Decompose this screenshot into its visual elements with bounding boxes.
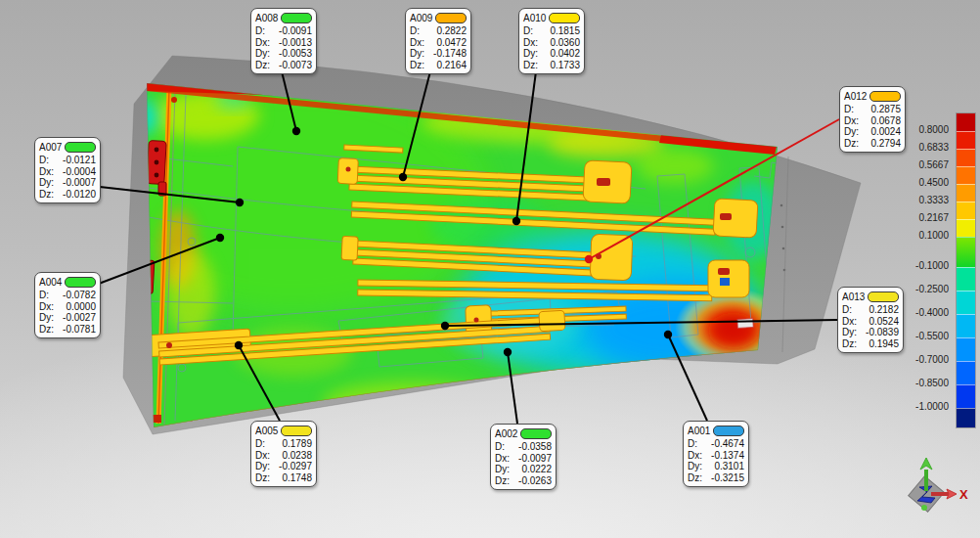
scale-tick-label: 0.1000 <box>902 230 949 241</box>
callout-row: D:-0.0782 <box>39 290 96 301</box>
callout-row: D:0.2875 <box>844 104 901 115</box>
field-label: Dz: <box>255 472 270 484</box>
callout-row: Dz:0.1945 <box>842 338 899 350</box>
measurement-callout-A013[interactable]: A013D:0.2182Dx:0.0524Dy:-0.0839Dz:0.1945 <box>837 287 904 353</box>
field-label: Dx: <box>39 301 54 313</box>
field-label: D: <box>844 104 854 115</box>
leader-anchor-A004 <box>216 234 224 242</box>
leader-anchor-A007 <box>236 199 244 206</box>
field-label: Dx: <box>844 115 859 127</box>
field-value: 0.2822 <box>436 25 467 37</box>
callout-row: Dy:0.0402 <box>523 48 580 60</box>
view-orientation-triad[interactable]: X <box>892 454 972 528</box>
field-value: 0.0000 <box>66 301 96 313</box>
callout-id: A001 <box>688 426 710 436</box>
field-value: 0.0222 <box>521 464 552 475</box>
deviation-colormap-mesh <box>98 68 802 450</box>
deviation-badge <box>869 91 901 102</box>
deviation-badge <box>281 426 312 436</box>
callout-row: Dx:0.0238 <box>255 450 312 462</box>
scale-segment <box>957 166 975 184</box>
measurement-callout-A004[interactable]: A004D:-0.0782Dx:0.0000Dy:-0.0027Dz:-0.07… <box>34 272 101 338</box>
deviation-badge <box>868 291 899 302</box>
measurement-callout-A002[interactable]: A002D:-0.0358Dx:-0.0097Dy:0.0222Dz:-0.02… <box>490 424 557 490</box>
field-value: 0.0402 <box>550 48 580 60</box>
callout-row: Dx:-0.1374 <box>688 450 744 462</box>
field-label: Dx: <box>39 166 54 178</box>
field-value: -0.0358 <box>518 441 552 453</box>
color-scale-bar <box>956 112 976 428</box>
leader-anchor-A002 <box>504 348 512 356</box>
measurement-callout-A005[interactable]: A005D:0.1789Dx:0.0238Dy:-0.0297Dz:0.1748 <box>250 421 317 487</box>
callout-row: Dy:0.3101 <box>688 461 744 472</box>
deviation-badge <box>549 13 580 23</box>
field-label: Dx: <box>410 37 424 49</box>
scale-tick-label: 0.6833 <box>902 142 949 153</box>
leader-anchor-A008 <box>292 127 300 135</box>
callout-row: Dy:0.0222 <box>495 464 552 475</box>
field-label: Dy: <box>410 48 424 60</box>
callout-row: Dy:-0.0027 <box>39 312 96 324</box>
field-label: Dz: <box>495 475 510 487</box>
callout-row: Dz:-0.0263 <box>495 475 552 487</box>
callout-row: Dy:0.0024 <box>844 126 901 138</box>
deviation-badge <box>435 13 467 23</box>
callout-id: A008 <box>255 13 278 23</box>
callout-row: Dx:-0.0097 <box>495 453 552 465</box>
field-value: -0.0073 <box>279 60 312 71</box>
field-value: -0.0027 <box>63 312 96 324</box>
measurement-callout-A009[interactable]: A009D:0.2822Dx:0.0472Dy:-0.1748Dz:0.2164 <box>405 8 471 74</box>
callout-row: Dy:-0.0007 <box>39 177 96 189</box>
deviation-badge <box>65 142 96 153</box>
measurement-callout-A001[interactable]: A001D:-0.4674Dx:-0.1374Dy:0.3101Dz:-0.32… <box>683 421 749 487</box>
field-value: 0.0238 <box>282 450 312 462</box>
field-label: Dz: <box>39 324 54 336</box>
callout-row: Dz:-0.0120 <box>39 189 96 201</box>
field-value: 0.2794 <box>870 138 901 150</box>
field-value: -0.0121 <box>63 155 96 166</box>
field-value: -0.0839 <box>866 327 899 338</box>
scale-segment <box>957 113 975 131</box>
field-value: 0.0472 <box>436 37 467 49</box>
scale-segment <box>957 149 975 166</box>
leader-anchor-A009 <box>399 173 407 181</box>
field-label: Dx: <box>495 453 510 465</box>
measurement-callout-A012[interactable]: A012D:0.2875Dx:0.0678Dy:0.0024Dz:0.2794 <box>839 86 906 153</box>
scale-segment <box>957 202 975 219</box>
field-label: Dy: <box>495 464 510 475</box>
scale-tick-label: -1.0000 <box>902 401 949 412</box>
deviation-badge <box>65 277 96 288</box>
measurement-callout-A010[interactable]: A010D:0.1815Dx:0.0360Dy:0.0402Dz:0.1733 <box>518 8 585 74</box>
field-value: -0.1748 <box>433 48 467 60</box>
callout-row: Dx:0.0472 <box>410 37 467 49</box>
field-label: D: <box>39 290 49 301</box>
callout-row: D:0.2822 <box>410 25 467 37</box>
field-label: D: <box>39 155 49 166</box>
callout-id: A007 <box>39 142 62 153</box>
field-value: -0.0053 <box>279 48 312 60</box>
field-label: Dy: <box>523 48 538 60</box>
field-value: -0.0091 <box>279 25 312 37</box>
callout-row: Dz:0.2164 <box>410 60 467 71</box>
y-axis-tail <box>921 505 927 511</box>
field-value: 0.2875 <box>870 104 901 115</box>
measurement-callout-A007[interactable]: A007D:-0.0121Dx:-0.0004Dy:-0.0007Dz:-0.0… <box>34 137 101 203</box>
callout-row: Dx:-0.0004 <box>39 166 96 178</box>
field-label: D: <box>255 438 265 450</box>
callout-row: Dy:-0.0839 <box>842 327 899 338</box>
field-value: -0.3215 <box>711 472 744 484</box>
field-value: 0.0360 <box>550 37 580 49</box>
measurement-callout-A008[interactable]: A008D:-0.0091Dx:-0.0013Dy:-0.0053Dz:-0.0… <box>250 8 317 74</box>
scale-tick-label: -0.7000 <box>902 354 949 365</box>
field-value: -0.0120 <box>63 189 96 201</box>
callout-row: Dx:0.0524 <box>842 316 899 328</box>
scale-segment <box>957 291 975 314</box>
field-value: -0.0781 <box>63 324 96 336</box>
color-scale-legend[interactable]: 0.80000.68330.56670.45000.33330.21670.10… <box>902 112 978 429</box>
deviation-badge <box>520 428 552 439</box>
scale-segment <box>957 337 975 361</box>
callout-id: A013 <box>842 291 865 302</box>
deviation-badge <box>281 13 312 23</box>
callout-id: A004 <box>39 277 62 288</box>
field-label: Dx: <box>688 450 702 462</box>
